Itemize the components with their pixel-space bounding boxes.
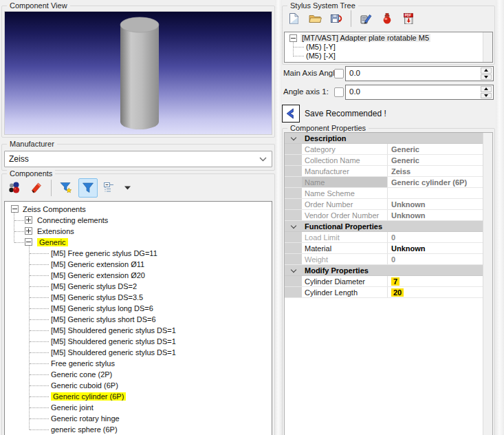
panel-splitter[interactable] bbox=[275, 0, 282, 435]
edit-list-icon[interactable] bbox=[357, 10, 375, 28]
property-label: Vendor Order Number bbox=[302, 210, 388, 220]
property-value[interactable] bbox=[388, 188, 483, 198]
manufacturer-select[interactable]: Zeiss bbox=[4, 151, 272, 167]
filter-icon[interactable] bbox=[78, 178, 98, 198]
angle-axis1-checkbox[interactable] bbox=[334, 87, 344, 97]
stylus-tree-item[interactable]: (M5) [-Y] bbox=[285, 43, 483, 52]
property-value[interactable]: Unknown bbox=[388, 243, 483, 253]
spin-down-button[interactable] bbox=[481, 74, 492, 81]
tree-item-label: Connecting elements bbox=[37, 216, 108, 224]
property-label: Load Limit bbox=[302, 232, 388, 242]
property-value[interactable]: Unknown bbox=[388, 199, 483, 209]
new-document-icon[interactable] bbox=[285, 10, 303, 28]
property-row[interactable]: Category Generic bbox=[285, 144, 483, 155]
dropdown-arrow-icon[interactable] bbox=[122, 179, 132, 197]
svg-text:PDF: PDF bbox=[405, 14, 411, 17]
tree-expander-icon[interactable] bbox=[289, 34, 297, 42]
tree-item[interactable]: [M5] Generic extension Ø20 bbox=[6, 270, 262, 281]
property-row[interactable]: Functional Properties bbox=[285, 221, 483, 232]
tree-item[interactable]: Generic cone (2P) bbox=[6, 369, 262, 380]
calibration-pen-icon[interactable] bbox=[27, 178, 46, 198]
property-value[interactable]: Generic bbox=[388, 155, 483, 165]
tree-item[interactable]: [M5] Generic stylus DS=2 bbox=[6, 281, 262, 292]
property-row[interactable]: Order Number Unknown bbox=[285, 199, 483, 210]
property-label: Modify Properties bbox=[302, 265, 483, 275]
toolbar-separator bbox=[351, 10, 351, 27]
tree-item[interactable]: Generic cylinder (6P) bbox=[6, 391, 262, 402]
property-row[interactable]: Vendor Order Number Unknown bbox=[285, 210, 483, 221]
save-recommended-button[interactable] bbox=[282, 105, 300, 123]
tree-item-label: Extensions bbox=[37, 227, 74, 235]
stylus-tree-item[interactable]: (M5) [-X] bbox=[285, 52, 483, 61]
property-row[interactable]: Name Scheme bbox=[285, 188, 483, 199]
component-3d-view[interactable] bbox=[4, 11, 272, 135]
tree-item[interactable]: generic sphere (6P) bbox=[6, 424, 262, 435]
property-value[interactable]: Generic bbox=[388, 144, 483, 154]
tree-item[interactable]: Generic cuboid (6P) bbox=[6, 380, 262, 391]
property-row[interactable]: Weight 0 bbox=[285, 254, 483, 265]
save-revert-icon[interactable] bbox=[327, 10, 345, 28]
property-row[interactable]: Cylinder Length 20 bbox=[285, 287, 483, 298]
components-tree[interactable]: Zeiss Components Connecting elements Ext… bbox=[4, 201, 272, 435]
tree-item[interactable]: [M5] Free generic stylus DG=11 bbox=[6, 248, 262, 259]
tree-item[interactable]: Connecting elements bbox=[6, 215, 262, 226]
components-title: Components bbox=[7, 169, 55, 178]
property-value[interactable]: Zeiss bbox=[388, 166, 483, 176]
tree-item[interactable]: [M5] Shouldered generic stylus DS=1 bbox=[6, 325, 262, 336]
angle-axis1-input[interactable]: 0.0 bbox=[345, 85, 494, 100]
spin-up-button[interactable] bbox=[481, 67, 492, 74]
property-value[interactable]: Unknown bbox=[388, 210, 483, 220]
row-gutter bbox=[285, 155, 302, 165]
property-row[interactable]: Modify Properties bbox=[285, 265, 483, 276]
spin-down-button[interactable] bbox=[481, 93, 492, 99]
tree-item[interactable]: Extensions bbox=[6, 226, 262, 237]
main-axis-angle-checkbox[interactable] bbox=[334, 69, 344, 78]
tree-levels-icon[interactable] bbox=[100, 178, 120, 198]
row-gutter bbox=[285, 133, 302, 143]
open-folder-icon[interactable] bbox=[306, 10, 324, 28]
property-row[interactable]: Cylinder Diameter 7 bbox=[285, 276, 483, 287]
stylus-tree-root[interactable]: [MT/VAST] Adapter plate rotatable M5 bbox=[285, 34, 483, 43]
tree-expander-icon[interactable] bbox=[25, 238, 32, 246]
property-row[interactable]: Description bbox=[285, 133, 483, 144]
property-value[interactable]: 20 bbox=[388, 287, 483, 297]
property-row[interactable]: Material Unknown bbox=[285, 243, 483, 254]
row-gutter bbox=[285, 254, 302, 264]
components-icon[interactable] bbox=[5, 178, 24, 198]
property-value[interactable]: 7 bbox=[388, 276, 483, 286]
scrollbar-track[interactable] bbox=[483, 32, 492, 62]
tree-item[interactable]: Generic bbox=[6, 237, 262, 248]
tree-item[interactable]: [M5] Generic extension Ø11 bbox=[6, 259, 262, 270]
spin-up-button[interactable] bbox=[481, 86, 492, 92]
tree-item[interactable]: [M5] Generic stylus short DS=6 bbox=[6, 314, 262, 325]
stylus-system-tree[interactable]: [MT/VAST] Adapter plate rotatable M5 (M5… bbox=[284, 32, 493, 63]
property-value[interactable]: 0 bbox=[388, 254, 483, 264]
property-value[interactable]: 0 bbox=[388, 232, 483, 242]
tree-expander-icon[interactable] bbox=[25, 216, 32, 224]
scrollbar-track[interactable] bbox=[483, 133, 492, 435]
tree-item[interactable]: [M5] Generic stylus DS=3.5 bbox=[6, 292, 262, 303]
tree-item[interactable]: [M5] Shouldered generic stylus DS=1 bbox=[6, 336, 262, 347]
tree-expander-icon[interactable] bbox=[25, 227, 32, 235]
property-row[interactable]: Name Generic cylinder (6P) bbox=[285, 177, 483, 188]
tree-item[interactable]: Zeiss Components bbox=[6, 204, 262, 215]
row-gutter bbox=[285, 287, 302, 297]
tree-item[interactable]: Generic joint bbox=[6, 402, 262, 413]
property-row[interactable]: Load Limit 0 bbox=[285, 232, 483, 243]
tree-item[interactable]: Generic rotary hinge bbox=[6, 413, 262, 424]
property-row[interactable]: Collection Name Generic bbox=[285, 155, 483, 166]
tree-item-label: Generic cuboid (6P) bbox=[51, 381, 118, 390]
tree-item-label: [M5] Generic stylus DS=3.5 bbox=[51, 293, 143, 301]
filter-add-icon[interactable] bbox=[56, 178, 76, 198]
tree-item[interactable]: Free generic stylus bbox=[6, 358, 262, 369]
property-value[interactable]: Generic cylinder (6P) bbox=[388, 177, 483, 187]
tree-item[interactable]: [M5] Shouldered generic stylus DS=1 bbox=[6, 347, 262, 358]
tree-item[interactable]: [M5] Generic stylus long DS=6 bbox=[6, 303, 262, 314]
property-row[interactable]: Manufacturer Zeiss bbox=[285, 166, 483, 177]
blue-back-chevron-icon bbox=[284, 107, 298, 120]
main-axis-angle-input[interactable]: 0.0 bbox=[345, 66, 494, 81]
angle-axis1-label: Angle axis 1: bbox=[283, 87, 329, 96]
tree-expander-icon[interactable] bbox=[11, 205, 19, 213]
probe-sphere-icon[interactable] bbox=[378, 10, 396, 28]
pdf-export-icon[interactable]: PDF bbox=[399, 10, 417, 28]
